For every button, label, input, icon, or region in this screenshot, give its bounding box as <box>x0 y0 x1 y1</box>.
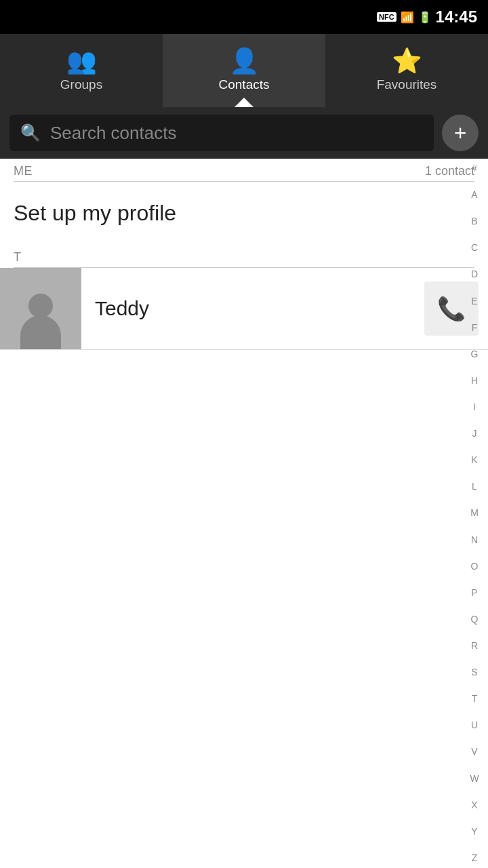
tab-contacts-label: Contacts <box>219 77 270 92</box>
nfc-icon: NFC <box>377 12 396 22</box>
main-content: ME 1 contact Set up my profile T Teddy 📞 <box>0 159 488 868</box>
alpha-letter-p[interactable]: P <box>471 587 477 599</box>
groups-icon: 👥 <box>66 49 97 73</box>
tab-favourites-label: Favourites <box>377 77 437 92</box>
alpha-letter-b[interactable]: B <box>471 216 477 227</box>
avatar <box>0 268 81 349</box>
table-row[interactable]: Teddy 📞 <box>0 268 488 350</box>
battery-icon: 🔋 <box>418 11 432 24</box>
alpha-letter-w[interactable]: W <box>470 773 479 785</box>
me-section-header: ME 1 contact <box>0 159 488 181</box>
status-bar: NFC 📶 🔋 14:45 <box>0 0 488 34</box>
alpha-letter-q[interactable]: Q <box>471 614 479 625</box>
search-bar: 🔍 + <box>0 107 488 159</box>
alpha-letter-l[interactable]: L <box>472 481 477 492</box>
tab-contacts[interactable]: 👤 Contacts <box>163 34 325 107</box>
alpha-letter-r[interactable]: R <box>471 640 478 652</box>
contact-name-teddy: Teddy <box>81 297 424 320</box>
alpha-letter-s[interactable]: S <box>471 667 477 678</box>
t-section-header: T <box>0 245 488 267</box>
alpha-letter-m[interactable]: M <box>470 507 479 519</box>
alpha-letter-g[interactable]: G <box>471 349 479 360</box>
add-contact-button[interactable]: + <box>442 115 479 151</box>
add-icon: + <box>454 121 467 146</box>
alpha-letter-z[interactable]: Z <box>472 852 478 864</box>
alpha-letter-n[interactable]: N <box>471 534 478 546</box>
profile-row[interactable]: Set up my profile <box>0 182 488 245</box>
alpha-letter-k[interactable]: K <box>471 454 477 466</box>
alpha-letter-d[interactable]: D <box>471 269 478 280</box>
t-label: T <box>14 250 22 264</box>
profile-name: Set up my profile <box>14 201 176 226</box>
alpha-letter-h[interactable]: H <box>471 375 478 387</box>
alpha-letter-o[interactable]: O <box>471 561 479 572</box>
search-input-wrapper[interactable]: 🔍 <box>9 115 434 151</box>
tab-groups-label: Groups <box>60 77 102 92</box>
alpha-letter-v[interactable]: V <box>471 746 477 757</box>
avatar-body <box>20 315 61 349</box>
contacts-icon: 👤 <box>229 49 260 73</box>
signal-icon: 📶 <box>401 11 414 24</box>
contact-list: ME 1 contact Set up my profile T Teddy 📞 <box>0 159 488 868</box>
alpha-letter-u[interactable]: U <box>471 719 478 731</box>
alpha-letter-i[interactable]: I <box>473 401 476 413</box>
favourites-icon: ⭐ <box>392 49 422 73</box>
avatar-silhouette <box>17 288 64 349</box>
alpha-letter-f[interactable]: F <box>472 322 478 334</box>
status-icons: NFC 📶 🔋 14:45 <box>377 7 477 26</box>
me-label: ME <box>14 164 33 178</box>
alpha-letter-e[interactable]: E <box>471 296 477 307</box>
alpha-letter-y[interactable]: Y <box>471 826 477 837</box>
alpha-index: #ABCDEFGHIJKLMNOPQRSTUVWXYZ <box>461 159 488 868</box>
avatar-head <box>28 294 53 318</box>
alpha-letter-x[interactable]: X <box>471 800 477 811</box>
tab-groups[interactable]: 👥 Groups <box>0 34 163 107</box>
alpha-letter-c[interactable]: C <box>471 242 478 254</box>
search-input[interactable] <box>50 123 423 144</box>
tab-favourites[interactable]: ⭐ Favourites <box>325 34 488 107</box>
search-icon: 🔍 <box>20 123 41 142</box>
tab-bar: 👥 Groups 👤 Contacts ⭐ Favourites <box>0 34 488 107</box>
alpha-letter-#[interactable]: # <box>472 163 477 174</box>
alpha-letter-t[interactable]: T <box>472 693 478 705</box>
alpha-letter-j[interactable]: J <box>472 428 477 439</box>
status-time: 14:45 <box>436 7 477 26</box>
alpha-letter-a[interactable]: A <box>471 189 477 201</box>
